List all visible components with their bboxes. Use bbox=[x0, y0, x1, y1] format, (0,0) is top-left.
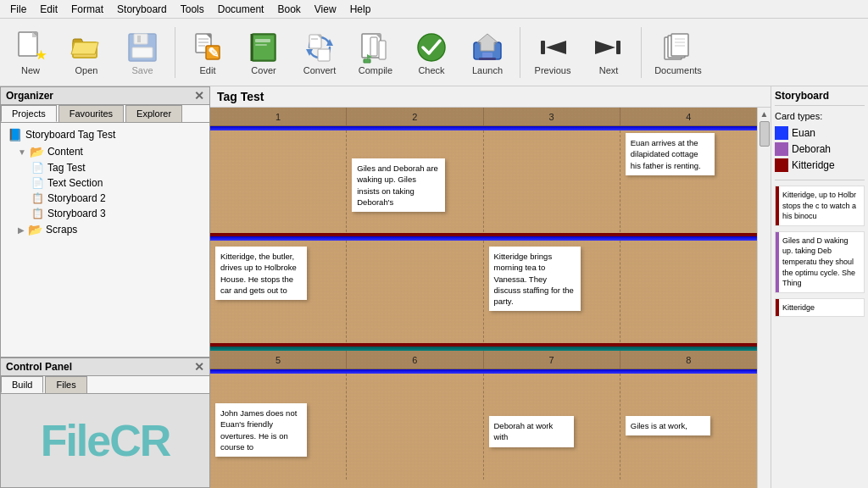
menu-format[interactable]: Format bbox=[64, 2, 110, 17]
menu-view[interactable]: View bbox=[308, 2, 343, 17]
preview-2-color bbox=[776, 232, 779, 292]
control-panel-header: Control Panel ✕ bbox=[1, 358, 209, 376]
card-types-label: Card types: bbox=[775, 111, 865, 121]
menu-edit[interactable]: Edit bbox=[33, 2, 64, 17]
scrollbar-v[interactable]: ▲ bbox=[757, 108, 771, 488]
blue-stripe-3 bbox=[210, 369, 757, 374]
control-panel: Control Panel ✕ Build Files FileCR bbox=[0, 358, 210, 488]
tab-files[interactable]: Files bbox=[45, 376, 86, 393]
note-kitteridge: Kitteridge, the butler, drives up to Hol… bbox=[215, 247, 307, 300]
blue-stripe-1 bbox=[210, 126, 757, 130]
note-deborah-text: Deborah at work with bbox=[494, 421, 554, 441]
cell-1-4: Euan arrives at the dilapidated cottage … bbox=[620, 126, 757, 236]
scroll-up-btn[interactable]: ▲ bbox=[759, 108, 771, 119]
menu-storyboard[interactable]: Storyboard bbox=[110, 2, 174, 17]
cork-board[interactable]: 1 2 3 4 G bbox=[210, 108, 757, 488]
cell-2-3: Kitteridge brings morning tea to Vanessa… bbox=[484, 236, 620, 347]
row3-cells: John James does not Euan's friendly over… bbox=[210, 369, 757, 480]
note-kitteridge-text: Kitteridge, the butler, drives up to Hol… bbox=[220, 252, 297, 295]
tab-projects[interactable]: Projects bbox=[1, 105, 57, 122]
save-icon bbox=[125, 30, 160, 65]
tree-item-content[interactable]: ▼ 📂 Content bbox=[4, 143, 206, 160]
menu-document[interactable]: Document bbox=[211, 2, 271, 17]
compile-icon bbox=[358, 30, 393, 65]
next-button[interactable]: Next bbox=[583, 26, 634, 79]
menu-tools[interactable]: Tools bbox=[174, 2, 211, 17]
menu-bar: File Edit Format Storyboard Tools Docume… bbox=[0, 0, 868, 19]
previous-button[interactable]: Previous bbox=[527, 26, 578, 79]
note-john: John James does not Euan's friendly over… bbox=[215, 403, 307, 457]
preview-1: Kitteridge, up to Holbr stops the c to w… bbox=[775, 186, 865, 226]
tab-favourites[interactable]: Favourites bbox=[58, 105, 124, 122]
next-icon bbox=[591, 30, 626, 65]
tree-item-tagtest[interactable]: 📄 Tag Test bbox=[4, 160, 206, 175]
check-icon bbox=[414, 30, 449, 65]
edit-button[interactable]: ✎ Edit bbox=[182, 26, 233, 79]
preview-3-color bbox=[776, 299, 779, 317]
save-button[interactable]: Save bbox=[117, 26, 168, 79]
tree-item-scraps[interactable]: ▶ 📂 Scraps bbox=[4, 221, 206, 238]
cell-1-1 bbox=[210, 126, 347, 236]
tab-build[interactable]: Build bbox=[1, 376, 43, 393]
storyboard-icon-3: 📋 bbox=[31, 208, 44, 219]
svg-rect-30 bbox=[370, 37, 377, 56]
previous-icon bbox=[535, 30, 570, 65]
menu-help[interactable]: Help bbox=[343, 2, 378, 17]
preview-3-text: Kitteridge bbox=[782, 303, 815, 312]
tree-area: 📘 Storyboard Tag Test ▼ 📂 Content 📄 Tag … bbox=[1, 123, 209, 357]
tab-explorer[interactable]: Explorer bbox=[125, 105, 182, 122]
tree-item-storyboard3[interactable]: 📋 Storyboard 3 bbox=[4, 206, 206, 221]
note-deborah: Deborah at work with bbox=[489, 416, 574, 447]
num-6: 6 bbox=[347, 351, 483, 369]
watermark-area: FileCR bbox=[9, 402, 201, 479]
note-giles: Giles and Deborah are waking up. Giles i… bbox=[352, 158, 445, 212]
card-type-euan: Euan bbox=[775, 126, 865, 140]
new-button[interactable]: ★ New bbox=[5, 26, 56, 79]
tree-scraps-label: Scraps bbox=[46, 224, 77, 236]
note-john-text: John James does not Euan's friendly over… bbox=[220, 408, 297, 452]
svg-rect-36 bbox=[482, 53, 492, 58]
card-type-deborah: Deborah bbox=[775, 142, 865, 156]
open-icon bbox=[69, 30, 104, 65]
cover-button[interactable]: Cover bbox=[238, 26, 289, 79]
menu-book[interactable]: Book bbox=[270, 2, 307, 17]
euan-name: Euan bbox=[792, 127, 815, 139]
check-button[interactable]: Check bbox=[406, 26, 457, 79]
watermark-label: FileCR bbox=[41, 415, 170, 466]
preview-3: Kitteridge bbox=[775, 298, 865, 318]
control-panel-title: Control Panel bbox=[6, 361, 72, 373]
edit-icon: ✎ bbox=[190, 30, 225, 65]
menu-file[interactable]: File bbox=[3, 2, 33, 17]
num-7: 7 bbox=[484, 351, 620, 369]
cell-2-1: Kitteridge, the butler, drives up to Hol… bbox=[210, 236, 347, 347]
toolbar-sep-3 bbox=[641, 27, 642, 78]
scroll-thumb[interactable] bbox=[760, 121, 770, 147]
control-panel-close[interactable]: ✕ bbox=[194, 360, 204, 374]
right-panel-sep bbox=[775, 180, 865, 180]
toolbar-sep-2 bbox=[520, 27, 520, 78]
control-panel-tabs: Build Files bbox=[1, 376, 209, 394]
svg-rect-44 bbox=[671, 34, 688, 56]
story-row-3: John James does not Euan's friendly over… bbox=[210, 369, 757, 480]
tree-item-textsection[interactable]: 📄 Text Section bbox=[4, 175, 206, 191]
card-type-kitteridge: Kitteridge bbox=[775, 158, 865, 172]
app-body: Organizer ✕ Projects Favourites Explorer… bbox=[0, 86, 868, 488]
cover-icon bbox=[246, 30, 281, 65]
tree-storyboard3-label: Storyboard 3 bbox=[47, 208, 106, 219]
organizer-tabs: Projects Favourites Explorer bbox=[1, 105, 209, 123]
svg-rect-38 bbox=[541, 41, 545, 54]
launch-button[interactable]: Launch bbox=[462, 26, 513, 79]
svg-rect-20 bbox=[255, 39, 270, 42]
tree-item-storyboard2[interactable]: 📋 Storyboard 2 bbox=[4, 191, 206, 206]
compile-button[interactable]: Compile bbox=[350, 26, 401, 79]
documents-icon bbox=[660, 30, 696, 65]
open-button[interactable]: Open bbox=[61, 26, 112, 79]
tree-textsection-label: Text Section bbox=[47, 177, 103, 189]
center-body: 1 2 3 4 G bbox=[210, 108, 771, 488]
organizer-title: Organizer bbox=[6, 90, 53, 102]
organizer-close[interactable]: ✕ bbox=[194, 89, 204, 103]
cell-3-1: John James does not Euan's friendly over… bbox=[210, 369, 347, 480]
documents-button[interactable]: Documents bbox=[648, 26, 708, 79]
tree-item-root[interactable]: 📘 Storyboard Tag Test bbox=[4, 126, 206, 143]
convert-button[interactable]: Convert bbox=[294, 26, 345, 79]
